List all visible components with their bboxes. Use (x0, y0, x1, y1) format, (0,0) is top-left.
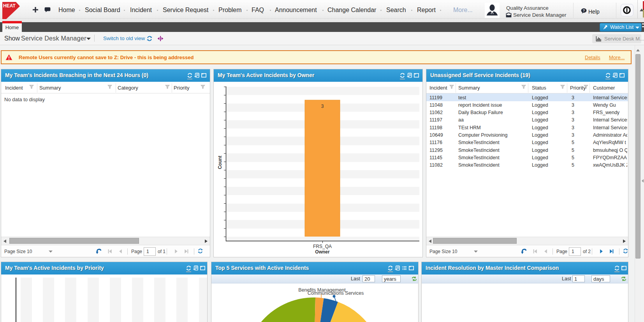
svg-text:HEAT: HEAT (3, 3, 16, 9)
